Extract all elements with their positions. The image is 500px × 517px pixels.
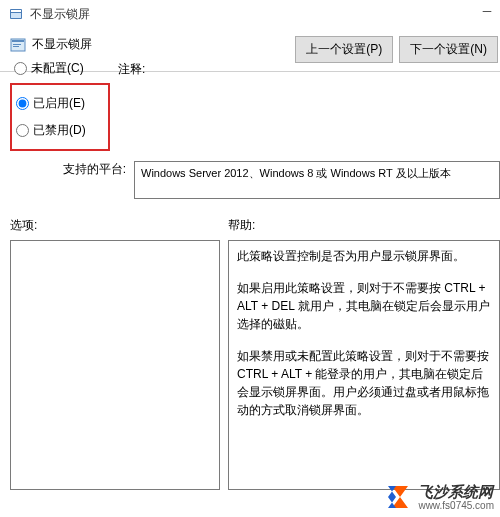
- svg-rect-4: [12, 40, 24, 42]
- next-setting-button[interactable]: 下一个设置(N): [399, 36, 498, 63]
- supported-platforms-text: Windows Server 2012、Windows 8 或 Windows …: [141, 167, 451, 179]
- radio-not-configured-label: 未配置(C): [31, 60, 84, 77]
- supported-platforms-box: Windows Server 2012、Windows 8 或 Windows …: [134, 161, 500, 199]
- titlebar: 不显示锁屏 ─: [0, 0, 500, 28]
- watermark-url: www.fs0745.com: [418, 500, 494, 511]
- window-title: 不显示锁屏: [30, 6, 90, 23]
- watermark-title: 飞沙系统网: [418, 484, 494, 501]
- supported-label: 支持的平台:: [10, 161, 134, 178]
- options-box: [10, 240, 220, 490]
- watermark-icon: [386, 484, 412, 510]
- comment-label: 注释:: [118, 61, 145, 78]
- help-box: 此策略设置控制是否为用户显示锁屏界面。 如果启用此策略设置，则对于不需要按 CT…: [228, 240, 500, 490]
- radio-enabled-input[interactable]: [16, 97, 29, 110]
- watermark: 飞沙系统网 www.fs0745.com: [386, 484, 494, 512]
- svg-rect-1: [11, 10, 21, 12]
- help-paragraph: 此策略设置控制是否为用户显示锁屏界面。: [237, 247, 491, 265]
- radio-not-configured-input[interactable]: [14, 62, 27, 75]
- minimize-icon[interactable]: ─: [480, 4, 494, 18]
- policy-title: 不显示锁屏: [32, 36, 92, 53]
- window-controls: ─: [480, 4, 494, 18]
- svg-rect-2: [11, 13, 21, 18]
- radio-enabled-label: 已启用(E): [33, 95, 85, 112]
- policy-icon: [10, 37, 26, 53]
- radio-disabled[interactable]: 已禁用(D): [16, 122, 102, 139]
- help-paragraph: 如果启用此策略设置，则对于不需要按 CTRL + ALT + DEL 就用户，其…: [237, 279, 491, 333]
- policy-title-block: 不显示锁屏: [10, 36, 295, 53]
- svg-rect-6: [13, 46, 19, 47]
- radio-highlight-box: 已启用(E) 已禁用(D): [10, 83, 110, 151]
- prev-setting-button[interactable]: 上一个设置(P): [295, 36, 393, 63]
- help-paragraph: 如果禁用或未配置此策略设置，则对于不需要按 CTRL + ALT + 能登录的用…: [237, 347, 491, 419]
- help-label: 帮助:: [228, 217, 500, 234]
- radio-disabled-label: 已禁用(D): [33, 122, 86, 139]
- radio-enabled[interactable]: 已启用(E): [16, 95, 102, 112]
- options-label: 选项:: [10, 217, 220, 234]
- policy-app-icon: [8, 6, 24, 22]
- radio-disabled-input[interactable]: [16, 124, 29, 137]
- svg-rect-5: [13, 44, 21, 45]
